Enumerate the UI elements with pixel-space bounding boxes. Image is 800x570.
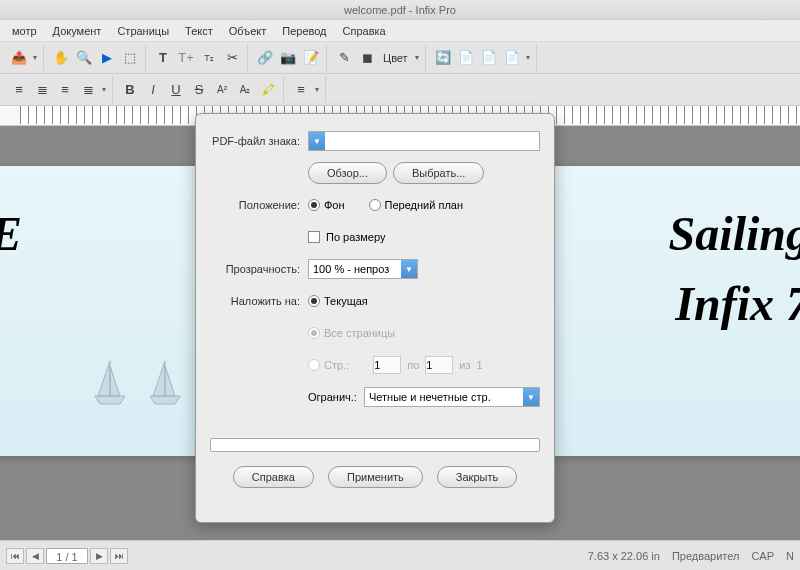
to-label: по [407,359,419,371]
fill-color-icon[interactable]: ◼ [356,47,378,69]
superscript-icon[interactable]: A² [211,79,233,101]
sailboat-image [90,356,130,406]
color-label: Цвет [379,52,412,64]
text-plus-icon[interactable]: T+ [175,47,197,69]
menu-bar: мотр Документ Страницы Текст Объект Пере… [0,20,800,42]
align-center-icon[interactable]: ≣ [31,79,53,101]
menu-translate[interactable]: Перевод [274,25,334,37]
help-button[interactable]: Справка [233,466,314,488]
num-indicator: N [786,550,794,562]
menu-object[interactable]: Объект [221,25,274,37]
limit-combo[interactable]: Четные и нечетные стр. ▼ [364,387,540,407]
highlight-icon[interactable]: 🖍 [257,79,279,101]
radio-all-pages: Все страницы [308,327,395,339]
preview-label: Предварител [672,550,740,562]
crop-tool-icon[interactable]: ✂ [221,47,243,69]
dropdown-icon[interactable]: ▾ [413,53,421,62]
close-button[interactable]: Закрыть [437,466,517,488]
menu-text[interactable]: Текст [177,25,221,37]
chevron-down-icon[interactable]: ▼ [523,388,539,406]
apply-button[interactable]: Применить [328,466,423,488]
limit-label: Огранич.: [308,391,358,403]
dropdown-icon[interactable]: ▾ [100,85,108,94]
export-icon[interactable]: 📤 [8,47,30,69]
last-page-button[interactable]: ⏭ [110,548,128,564]
select-tool-icon[interactable]: ⬚ [119,47,141,69]
select-button[interactable]: Выбрать... [393,162,484,184]
page-to-input [425,356,453,374]
menu-document[interactable]: Документ [45,25,110,37]
opacity-combo[interactable]: 100 % - непроз ▼ [308,259,418,279]
underline-icon[interactable]: U [165,79,187,101]
radio-page-range: Стр.: [308,359,349,371]
window-title: welcome.pdf - Infix Pro [344,4,456,16]
next-page-button[interactable]: ▶ [90,548,108,564]
page-delete-icon[interactable]: 📄 [501,47,523,69]
position-label: Положение: [210,199,308,211]
title-bar: welcome.pdf - Infix Pro [0,0,800,20]
strikethrough-icon[interactable]: S [188,79,210,101]
page-remove-icon[interactable]: 📄 [478,47,500,69]
pen-tool-icon[interactable]: ✎ [333,47,355,69]
progress-bar [210,438,540,452]
watermark-dialog: PDF-файл знака: ▼ Обзор... Выбрать... По… [195,113,555,523]
page-text-sailing: Sailing [669,206,800,261]
menu-pages[interactable]: Страницы [109,25,177,37]
align-justify-icon[interactable]: ≣ [77,79,99,101]
prev-page-button[interactable]: ◀ [26,548,44,564]
total-pages: 1 [477,359,483,371]
menu-view[interactable]: мотр [4,25,45,37]
link-tool-icon[interactable]: 🔗 [254,47,276,69]
italic-icon[interactable]: I [142,79,164,101]
dropdown-icon[interactable]: ▾ [31,53,39,62]
status-bar: ⏮ ◀ 1 / 1 ▶ ⏭ 7.63 x 22.06 in Предварите… [0,540,800,570]
chevron-down-icon[interactable]: ▼ [401,260,417,278]
pointer-tool-icon[interactable]: ▶ [96,47,118,69]
first-page-button[interactable]: ⏮ [6,548,24,564]
line-spacing-icon[interactable]: ≡ [290,79,312,101]
text-tool-icon[interactable]: T [152,47,174,69]
hand-tool-icon[interactable]: ✋ [50,47,72,69]
radio-current-page[interactable]: Текущая [308,295,368,307]
pdf-file-label: PDF-файл знака: [210,135,308,147]
text-link-icon[interactable]: T₂ [198,47,220,69]
page-indicator[interactable]: 1 / 1 [46,548,88,564]
radio-background[interactable]: Фон [308,199,345,211]
zoom-tool-icon[interactable]: 🔍 [73,47,95,69]
note-tool-icon[interactable]: 📝 [300,47,322,69]
of-label: из [459,359,470,371]
align-right-icon[interactable]: ≡ [54,79,76,101]
sailboat-image [145,356,185,406]
subscript-icon[interactable]: A₂ [234,79,256,101]
refresh-icon[interactable]: 🔄 [432,47,454,69]
pdf-file-combo[interactable]: ▼ [308,131,540,151]
radio-foreground[interactable]: Передний план [369,199,463,211]
menu-help[interactable]: Справка [335,25,394,37]
bold-icon[interactable]: B [119,79,141,101]
chevron-down-icon[interactable]: ▼ [309,132,325,150]
align-left-icon[interactable]: ≡ [8,79,30,101]
dropdown-icon[interactable]: ▾ [313,85,321,94]
fit-size-label: По размеру [326,231,385,243]
page-from-input [373,356,401,374]
apply-to-label: Наложить на: [210,295,308,307]
page-text-infix: Infix 7 [675,276,800,331]
toolbar-format: ≡ ≣ ≡ ≣ ▾ B I U S A² A₂ 🖍 ≡ ▾ [0,74,800,106]
dropdown-icon[interactable]: ▾ [524,53,532,62]
opacity-label: Прозрачность: [210,263,308,275]
dimensions-label: 7.63 x 22.06 in [588,550,660,562]
caps-indicator: CAP [751,550,774,562]
page-text-left: E [0,206,22,261]
browse-button[interactable]: Обзор... [308,162,387,184]
fit-size-checkbox[interactable] [308,231,320,243]
camera-tool-icon[interactable]: 📷 [277,47,299,69]
page-add-icon[interactable]: 📄 [455,47,477,69]
toolbar-main: 📤 ▾ ✋ 🔍 ▶ ⬚ T T+ T₂ ✂ 🔗 📷 📝 ✎ ◼ Цвет ▾ 🔄… [0,42,800,74]
